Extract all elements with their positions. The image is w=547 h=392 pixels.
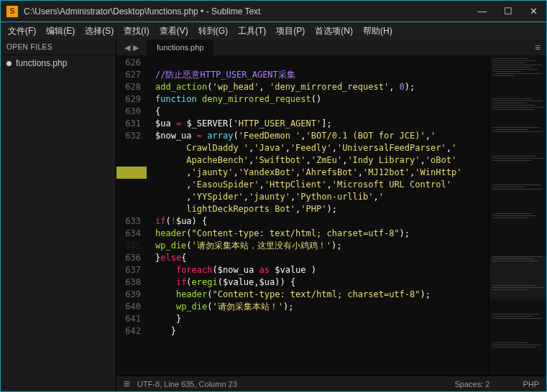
svg-rect-21 [492,160,532,161]
open-file-item[interactable]: functions.php [1,55,116,71]
code-area[interactable]: //防止恶意HTTP_USER_AGENT采集 add_action('wp_h… [147,55,489,375]
line-number: 634 [116,228,147,240]
close-button[interactable]: ✕ [530,6,538,17]
svg-rect-13 [492,105,535,106]
svg-rect-25 [492,213,532,214]
svg-rect-34 [492,314,539,314]
svg-rect-37 [492,342,528,343]
status-bar: ⊞ UTF-8, Line 635, Column 23 Spaces: 2 P… [116,375,546,391]
svg-rect-18 [492,131,543,132]
svg-rect-11 [492,101,543,101]
svg-rect-20 [492,158,544,159]
menu-preferences[interactable]: 首选项(N) [311,24,357,39]
tab-menu-button[interactable]: ≡ [529,39,546,55]
svg-rect-4 [492,65,543,65]
line-number: 640 [116,301,147,313]
menu-find[interactable]: 查找(I) [119,24,153,39]
status-indent[interactable]: Spaces: 2 [454,380,489,388]
svg-rect-26 [492,215,537,216]
svg-rect-38 [492,345,541,345]
minimap-preview-icon [489,55,546,375]
sidebar-header: OPEN FILES [1,39,116,55]
svg-rect-40 [489,256,546,299]
menu-tools[interactable]: 工具(T) [234,24,270,39]
menu-select[interactable]: 选择(S) [81,24,118,39]
line-number: 638 [116,276,147,289]
svg-rect-39 [492,347,535,347]
line-number: 631 [116,118,147,130]
svg-rect-2 [492,60,535,61]
svg-rect-23 [492,187,525,187]
svg-rect-35 [492,316,532,317]
line-number: 636 [116,252,147,264]
svg-rect-10 [492,98,532,99]
svg-rect-7 [492,71,521,72]
status-encoding[interactable]: UTF-8, Line 635, Column 23 [137,380,237,388]
line-number: 629 [116,93,147,106]
line-number: 632 [116,130,147,142]
menu-view[interactable]: 查看(V) [155,24,193,39]
svg-rect-6 [492,69,537,70]
line-number: 641 [116,313,147,325]
svg-rect-17 [492,129,528,130]
title-bar: S C:\Users\Administrator\Desktop\functio… [1,1,546,22]
tab-functions-php[interactable]: functions.php [147,39,213,55]
minimap[interactable] [489,55,546,375]
menu-bar: 文件(F) 编辑(E) 选择(S) 查找(I) 查看(V) 转到(G) 工具(T… [1,22,546,39]
app-icon: S [6,6,18,17]
svg-rect-22 [492,185,541,185]
code-editor[interactable]: 626 627 628 629 630 631 632 633 [116,55,546,375]
svg-rect-5 [492,67,532,67]
svg-rect-16 [492,127,539,128]
menu-goto[interactable]: 转到(G) [194,24,232,39]
svg-rect-14 [492,107,544,108]
tab-nav-buttons[interactable]: ◀ ▶ [116,39,147,55]
line-number: 639 [116,289,147,301]
line-number: 626 [116,57,147,69]
sidebar: OPEN FILES functions.php [1,39,116,391]
svg-rect-15 [492,109,534,110]
status-syntax[interactable]: PHP [523,380,539,388]
svg-rect-27 [492,218,528,218]
tab-bar: ◀ ▶ functions.php ≡ [116,39,546,55]
open-file-name: functions.php [16,58,67,68]
dirty-indicator-icon [6,61,12,66]
menu-project[interactable]: 项目(P) [272,24,309,39]
line-number: 637 [116,264,147,276]
svg-rect-24 [492,189,543,190]
svg-rect-12 [492,103,527,103]
menu-help[interactable]: 帮助(H) [359,24,397,39]
menu-edit[interactable]: 编辑(E) [42,24,79,39]
line-number: 628 [116,81,147,93]
minimize-button[interactable]: — [477,6,487,17]
line-number: 635 [116,240,147,252]
svg-rect-9 [492,75,514,76]
line-number: 633 [116,215,147,228]
maximize-button[interactable]: ☐ [504,6,512,17]
line-number: 642 [116,325,147,337]
line-number: 627 [116,69,147,81]
svg-rect-1 [492,58,528,59]
menu-file[interactable]: 文件(F) [4,24,40,39]
line-number: 630 [116,106,147,118]
svg-rect-19 [492,156,535,157]
window-title: C:\Users\Administrator\Desktop\functions… [24,6,477,17]
svg-rect-3 [492,62,525,63]
svg-rect-36 [492,318,543,319]
settings-icon[interactable]: ⊞ [124,379,130,388]
svg-rect-8 [492,73,541,74]
